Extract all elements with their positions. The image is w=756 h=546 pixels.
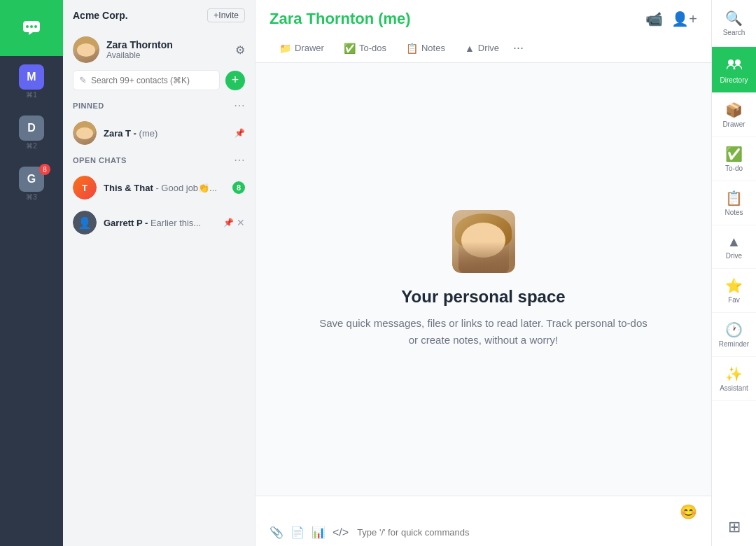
sidebar-item-drive[interactable]: ▲ Drive [712,225,756,269]
personal-space-description: Save quick messages, files or links to r… [316,315,652,349]
todos-tab-icon: ✅ [344,43,356,54]
pin-icon: 📌 [234,128,245,138]
workspace-shortcut-m: ⌘1 [26,91,37,99]
video-call-button[interactable]: 📹 [645,10,663,27]
this-that-name: This & That - Good job👏... [104,183,225,193]
unread-badge: 8 [232,181,245,194]
workspace-m[interactable]: M ⌘1 [0,56,63,107]
message-input-area: 😊 📎 📄 📊 </> [255,496,711,546]
fav-icon: ⭐ [725,277,743,294]
main-body: Your personal space Save quick messages,… [255,63,711,496]
sidebar-item-todo[interactable]: ✅ To-do [712,137,756,181]
emoji-button[interactable]: 😊 [680,503,697,520]
this-that-actions: 8 [232,181,245,194]
pinned-zara-name: Zara T - (me) [104,128,227,139]
personal-avatar [452,210,515,273]
todo-icon: ✅ [725,146,743,162]
garrett-close-icon[interactable]: ✕ [237,217,245,228]
tab-todos[interactable]: ✅ To-dos [334,35,396,62]
garrett-info: Garrett P - Earlier this... [104,218,216,228]
sidebar-item-notes[interactable]: 📋 Notes [712,181,756,225]
open-chats-section-header: OPEN CHATS ⋯ [63,150,255,170]
personal-space-title: Your personal space [401,287,565,307]
add-contact-button[interactable]: + [225,71,245,90]
workspace-badge-g: 8 [39,164,50,175]
sidebar-item-search[interactable]: 🔍 Search [712,0,756,47]
notes-tab-icon: 📋 [406,43,418,54]
app-sidebar: M ⌘1 D ⌘2 8 G ⌘3 [0,0,63,546]
file-button[interactable]: 📄 [290,526,304,539]
pinned-section-header: PINNED ⋯ [63,96,255,115]
workspace-avatar-d: D [19,115,44,141]
settings-icon[interactable]: ⚙ [235,43,245,57]
drawer-icon: 📦 [725,102,743,118]
org-name: Acme Corp. [73,10,128,21]
workspace-shortcut-g: ⌘3 [26,193,37,201]
tab-drive-label: Drive [478,43,499,53]
sidebar-item-assistant[interactable]: ✨ Assistant [712,357,756,401]
drive-tab-icon: ▲ [465,43,475,54]
reminder-label: Reminder [719,340,749,348]
main-content: Zara Thornton (me) 📹 👤+ 📁 Drawer ✅ To-do… [255,0,711,546]
search-icon: 🔍 [725,10,743,27]
svg-rect-4 [728,59,734,65]
chart-button[interactable]: 📊 [312,526,326,539]
invite-button[interactable]: +Invite [207,8,245,22]
tab-notes[interactable]: 📋 Notes [396,35,455,62]
tab-drive[interactable]: ▲ Drive [455,35,509,62]
pinned-zara-item[interactable]: Zara T - (me) 📌 [63,115,255,150]
garrett-chat-item[interactable]: 👤 Garrett P - Earlier this... 📌 ✕ [63,205,255,240]
pinned-zara-info: Zara T - (me) [104,128,227,139]
app-logo[interactable] [0,0,63,56]
garrett-avatar: 👤 [73,211,97,234]
svg-point-2 [30,25,33,28]
message-input[interactable] [357,527,697,538]
sidebar-item-reminder[interactable]: 🕐 Reminder [712,313,756,357]
pinned-zara-avatar [73,121,97,145]
main-header-top: Zara Thornton (me) 📹 👤+ [270,10,697,28]
emoji-row: 😊 [270,503,697,520]
open-chats-more-button[interactable]: ⋯ [234,155,245,166]
svg-point-1 [26,25,29,28]
tab-notes-label: Notes [421,43,445,53]
contacts-panel: Acme Corp. +Invite Zara Thornton Availab… [63,0,255,546]
tab-more[interactable]: ··· [509,35,528,62]
drive-icon: ▲ [727,234,741,250]
garrett-pin-icon: 📌 [223,218,234,227]
search-label: Search [723,29,746,36]
svg-point-3 [34,25,37,28]
assistant-label: Assistant [720,384,748,392]
search-input[interactable] [91,76,214,85]
code-button[interactable]: </> [332,526,349,539]
this-that-avatar: T [73,176,97,200]
search-input-wrap[interactable]: ✎ [73,70,220,90]
reminder-icon: 🕐 [725,321,743,338]
attachment-button[interactable]: 📎 [270,526,284,539]
drive-label: Drive [726,252,742,260]
user-info: Zara Thornton Available ⚙ [63,31,255,70]
tab-drawer-label: Drawer [295,43,324,53]
search-bar: ✎ + [63,70,255,90]
pinned-section-title: PINNED [73,102,104,110]
garrett-actions: 📌 ✕ [223,217,245,228]
tab-todos-label: To-dos [359,43,386,53]
avatar [73,36,99,63]
open-chats-section-title: OPEN CHATS [73,156,127,164]
sidebar-item-directory[interactable]: Directory [712,47,756,93]
this-that-info: This & That - Good job👏... [104,183,225,193]
add-member-button[interactable]: 👤+ [671,10,697,27]
directory-label: Directory [720,76,748,84]
pinned-more-button[interactable]: ⋯ [234,100,245,111]
contacts-header: Acme Corp. +Invite [63,0,255,31]
sidebar-item-fav[interactable]: ⭐ Fav [712,269,756,313]
sidebar-item-drawer[interactable]: 📦 Drawer [712,93,756,137]
input-tools: 📎 📄 📊 </> [270,526,349,539]
workspace-shortcut-d: ⌘2 [26,142,37,150]
user-name: Zara Thornton [106,39,228,50]
grid-button[interactable]: ⊞ [712,508,756,546]
workspace-d[interactable]: D ⌘2 [0,107,63,158]
this-that-chat-item[interactable]: T This & That - Good job👏... 8 [63,170,255,205]
notes-label: Notes [724,209,743,216]
workspace-g[interactable]: 8 G ⌘3 [0,158,63,209]
tab-drawer[interactable]: 📁 Drawer [270,35,334,62]
